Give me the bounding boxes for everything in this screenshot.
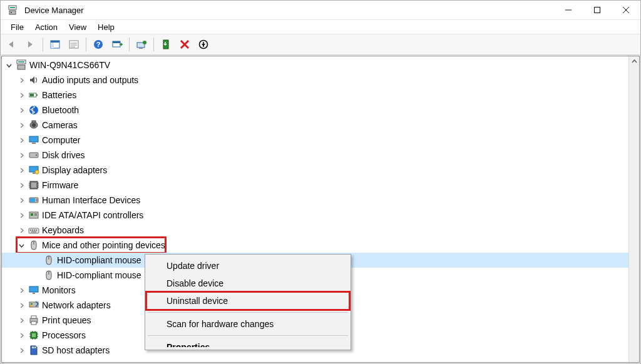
chevron-right-icon[interactable] [17,331,26,340]
tree-item-label: HID-compliant mouse [57,270,141,280]
window-title: Device Manager [24,6,84,15]
computer-icon [16,59,27,71]
title-bar: Device Manager [1,1,640,20]
chevron-right-icon[interactable] [17,286,26,295]
svg-point-37 [36,154,37,156]
tree-item-label: Audio inputs and outputs [42,75,138,85]
tree-root[interactable]: WIN-Q9N41CS66TV [2,58,639,73]
minimize-button[interactable] [554,1,583,20]
close-button[interactable] [612,1,640,20]
svg-point-21 [143,41,146,44]
monitor-icon [28,285,39,296]
chevron-right-icon[interactable] [17,166,26,174]
tree-item[interactable]: IDE ATA/ATAPI controllers [2,208,639,223]
chevron-right-icon[interactable] [17,76,26,84]
back-button[interactable] [3,36,21,53]
chevron-right-icon[interactable] [17,136,26,144]
chevron-right-icon[interactable] [17,301,26,310]
enable-device-button[interactable] [157,36,175,53]
svg-rect-70 [31,303,33,305]
tree-item[interactable]: Mice and other pointing devices [2,238,639,253]
svg-rect-56 [30,230,31,231]
chevron-down-icon[interactable] [4,61,13,69]
vertical-scrollbar[interactable] [628,56,639,362]
svg-point-40 [35,170,39,174]
chevron-right-icon[interactable] [17,316,26,325]
ctx-scan-hardware[interactable]: Scan for hardware changes [146,315,349,333]
toolbar-separator [43,38,43,51]
chevron-right-icon[interactable] [17,211,26,220]
audio-icon [28,74,39,86]
chevron-right-icon[interactable] [17,121,26,129]
mouse-icon [28,240,39,251]
chevron-right-icon[interactable] [17,181,26,190]
svg-rect-9 [51,41,59,43]
mouse-icon [43,255,54,266]
tree-item[interactable]: Bluetooth [2,103,639,118]
svg-rect-1 [10,7,15,8]
device-tree[interactable]: WIN-Q9N41CS66TVAudio inputs and outputsB… [1,56,640,363]
svg-rect-26 [18,65,25,69]
svg-rect-29 [36,94,38,96]
tree-item[interactable]: Disk drives [2,148,639,163]
tree-item-label: Human Interface Devices [42,195,140,205]
chevron-right-icon[interactable] [17,346,26,355]
ctx-uninstall-device[interactable]: Uninstall device [146,292,349,310]
toolbar-separator [153,38,154,51]
chevron-right-icon[interactable] [17,226,26,235]
svg-rect-85 [32,346,33,348]
svg-rect-20 [139,48,143,49]
tree-item[interactable]: Keyboards [2,223,639,238]
tree-item[interactable]: Audio inputs and outputs [2,73,639,88]
disable-device-button[interactable] [195,36,212,53]
svg-rect-18 [113,41,120,43]
ctx-disable-device[interactable]: Disable device [146,275,349,292]
chevron-right-icon[interactable] [17,91,26,99]
content-area: WIN-Q9N41CS66TVAudio inputs and outputsB… [1,55,640,363]
ctx-update-driver[interactable]: Update driver [146,257,349,275]
tree-item[interactable]: Firmware [2,178,639,193]
tree-item-label: Monitors [42,285,76,295]
camera-icon [28,119,39,131]
menu-help[interactable]: Help [93,21,120,33]
chevron-right-icon[interactable] [17,151,26,159]
update-driver-button[interactable] [133,36,150,53]
hid-icon [28,195,39,206]
tree-item-label: Keyboards [42,225,84,235]
tree-item[interactable]: Computer [2,133,639,148]
svg-text:?: ? [96,41,101,48]
mouse-icon [43,270,54,281]
tree-item-label: Display adapters [42,165,107,175]
properties-button[interactable] [65,36,83,53]
network-icon [28,300,39,311]
scan-hardware-button[interactable] [108,36,126,53]
menu-view[interactable]: View [64,21,91,33]
svg-rect-2 [9,11,16,14]
svg-rect-59 [36,230,37,231]
help-button[interactable]: ? [90,36,107,53]
svg-rect-25 [18,61,24,63]
tree-item-label: Batteries [42,90,76,100]
uninstall-device-button[interactable] [176,36,193,53]
printer-icon [28,315,39,326]
chevron-right-icon[interactable] [17,196,26,205]
disk-icon [28,149,39,161]
forward-button[interactable] [22,36,39,53]
ctx-properties[interactable]: Properties [146,338,349,347]
tree-item[interactable]: Batteries [2,88,639,103]
chevron-down-icon[interactable] [17,241,26,250]
tree-item[interactable]: Display adapters [2,163,639,178]
svg-rect-5 [595,8,600,13]
maximize-button[interactable] [583,1,612,20]
tree-item[interactable]: Human Interface Devices [2,193,639,208]
show-hide-tree-button[interactable] [46,36,64,53]
svg-rect-33 [32,121,36,123]
tree-item-label: Disk drives [42,150,85,160]
app-icon [7,4,18,16]
menu-file[interactable]: File [6,21,29,33]
svg-point-51 [36,199,38,201]
menu-action[interactable]: Action [30,21,63,33]
scroll-up-icon[interactable] [629,56,639,67]
tree-item[interactable]: Cameras [2,118,639,133]
chevron-right-icon[interactable] [17,106,26,114]
